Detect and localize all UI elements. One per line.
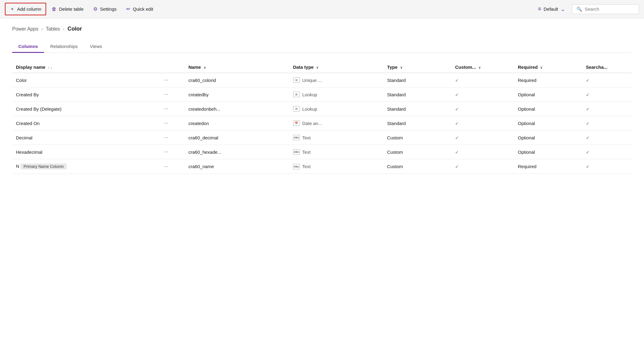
- cell-custom: ✓: [451, 145, 514, 159]
- data-type-cell: ⊞Lookup: [293, 106, 380, 112]
- main-content: Power Apps › Tables › Color Columns Rela…: [0, 18, 644, 181]
- cell-searchable: ✓: [582, 116, 632, 131]
- columns-table: Display name ↑ ↓ Name ∨ Data type ∨ Type…: [12, 61, 632, 174]
- table-row: Created On···createdon📅Date an...Standar…: [12, 116, 632, 131]
- chevron-name: ∨: [204, 66, 206, 69]
- cell-name: createdonbeh...: [185, 102, 289, 116]
- cell-searchable: ✓: [582, 145, 632, 159]
- cell-menu-dots[interactable]: ···: [159, 73, 185, 87]
- trash-icon: 🗑: [52, 6, 57, 12]
- menu-dots-icon[interactable]: ···: [162, 134, 170, 141]
- table-row: Created By···createdby⊞LookupStandard✓Op…: [12, 87, 632, 102]
- table-row: N Primary Name Column···cra60_nameAbcTex…: [12, 159, 632, 174]
- col-header-required[interactable]: Required ∨: [514, 61, 582, 73]
- cell-data-type: ⊞Unique ...: [289, 73, 384, 87]
- cell-required: Optional: [514, 131, 582, 145]
- cell-custom: ✓: [451, 159, 514, 174]
- chevron-type: ∨: [400, 66, 403, 69]
- menu-dots-icon[interactable]: ···: [162, 77, 170, 83]
- cell-custom: ✓: [451, 73, 514, 87]
- cell-data-type: AbcText: [289, 145, 384, 159]
- col-header-custom[interactable]: Custom... ∨: [451, 61, 514, 73]
- searchable-check-icon: ✓: [586, 164, 590, 169]
- cell-menu-dots[interactable]: ···: [159, 87, 185, 102]
- search-icon: 🔍: [576, 6, 582, 12]
- tab-columns[interactable]: Columns: [12, 41, 44, 53]
- data-type-label: Date an...: [302, 121, 322, 126]
- cell-type: Custom: [384, 145, 451, 159]
- searchable-check-icon: ✓: [586, 150, 590, 155]
- col-header-datatype[interactable]: Data type ∨: [289, 61, 384, 73]
- table-row: Color···cra60_colorid⊞Unique ...Standard…: [12, 73, 632, 87]
- col-header-dots: [159, 61, 185, 73]
- data-type-label: Unique ...: [302, 78, 322, 83]
- tabs: Columns Relationships Views: [12, 41, 632, 53]
- primary-name-badge: Primary Name Column: [20, 164, 67, 169]
- data-type-label: Lookup: [302, 92, 317, 97]
- search-input[interactable]: [585, 6, 634, 12]
- col-header-display-name[interactable]: Display name ↑ ↓: [12, 61, 159, 73]
- settings-button[interactable]: ⚙ Settings: [89, 4, 121, 14]
- cell-searchable: ✓: [582, 87, 632, 102]
- cell-custom: ✓: [451, 87, 514, 102]
- data-type-cell: 📅Date an...: [293, 120, 380, 126]
- tab-views[interactable]: Views: [84, 41, 108, 53]
- cell-menu-dots[interactable]: ···: [159, 145, 185, 159]
- cell-searchable: ✓: [582, 73, 632, 87]
- data-type-cell: AbcText: [293, 149, 380, 155]
- settings-label: Settings: [100, 6, 116, 12]
- chevron-required: ∨: [540, 66, 543, 69]
- menu-icon: ≡: [538, 6, 541, 12]
- cell-required: Optional: [514, 87, 582, 102]
- cell-searchable: ✓: [582, 131, 632, 145]
- breadcrumb-section[interactable]: Tables: [46, 26, 60, 32]
- cell-display-name: Created By (Delegate): [12, 102, 159, 116]
- custom-check-icon: ✓: [455, 164, 459, 169]
- cell-type: Standard: [384, 73, 451, 87]
- delete-table-button[interactable]: 🗑 Delete table: [47, 4, 88, 14]
- searchable-check-icon: ✓: [586, 92, 590, 97]
- data-type-label: Text: [302, 135, 311, 140]
- tab-relationships[interactable]: Relationships: [44, 41, 84, 53]
- col-header-searchable[interactable]: Searcha...: [582, 61, 632, 73]
- cell-menu-dots[interactable]: ···: [159, 102, 185, 116]
- cell-required: Optional: [514, 145, 582, 159]
- menu-dots-icon[interactable]: ···: [162, 163, 170, 170]
- cell-searchable: ✓: [582, 102, 632, 116]
- menu-dots-icon[interactable]: ···: [162, 91, 170, 98]
- custom-check-icon: ✓: [455, 121, 459, 126]
- breadcrumb-app[interactable]: Power Apps: [12, 26, 38, 32]
- col-header-type[interactable]: Type ∨: [384, 61, 451, 73]
- cell-required: Optional: [514, 102, 582, 116]
- table-row: Created By (Delegate)···createdonbeh...⊞…: [12, 102, 632, 116]
- cell-display-name: Decimal: [12, 131, 159, 145]
- cell-required: Required: [514, 73, 582, 87]
- menu-dots-icon[interactable]: ···: [162, 149, 170, 155]
- breadcrumb: Power Apps › Tables › Color: [12, 26, 632, 32]
- cell-name: cra60_colorid: [185, 73, 289, 87]
- searchable-check-icon: ✓: [586, 135, 590, 140]
- add-column-label: Add column: [17, 6, 41, 12]
- default-button[interactable]: ≡ Default ⌄: [534, 3, 569, 15]
- menu-dots-icon[interactable]: ···: [162, 120, 170, 126]
- data-type-cell: AbcText: [293, 135, 380, 140]
- quick-edit-button[interactable]: ✏ Quick edit: [122, 4, 157, 14]
- cell-data-type: ⊞Lookup: [289, 87, 384, 102]
- cell-display-name: Color: [12, 73, 159, 87]
- cell-type: Custom: [384, 159, 451, 174]
- cell-custom: ✓: [451, 102, 514, 116]
- cell-data-type: AbcText: [289, 131, 384, 145]
- col-header-name[interactable]: Name ∨: [185, 61, 289, 73]
- add-column-button[interactable]: ＋ Add column: [5, 3, 46, 15]
- gear-icon: ⚙: [93, 6, 98, 12]
- plus-icon: ＋: [10, 6, 15, 12]
- cell-data-type: AbcText: [289, 159, 384, 174]
- data-type-label: Text: [302, 149, 311, 155]
- cell-data-type: ⊞Lookup: [289, 102, 384, 116]
- menu-dots-icon[interactable]: ···: [162, 105, 170, 112]
- cell-menu-dots[interactable]: ···: [159, 131, 185, 145]
- cell-name: createdon: [185, 116, 289, 131]
- custom-check-icon: ✓: [455, 78, 459, 83]
- cell-menu-dots[interactable]: ···: [159, 116, 185, 131]
- cell-menu-dots[interactable]: ···: [159, 159, 185, 174]
